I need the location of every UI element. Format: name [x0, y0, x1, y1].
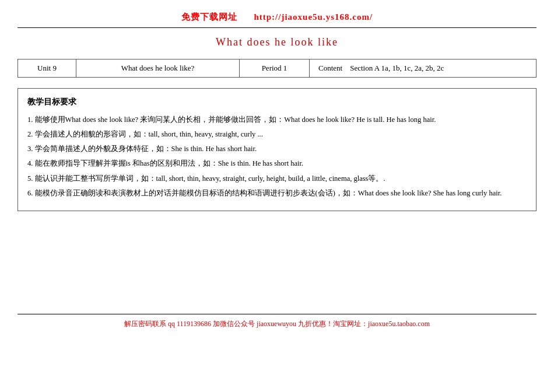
list-item: 6. 能模仿录音正确朗读和表演教材上的对话并能模仿目标语的结构和语调进行初步表达… [27, 187, 527, 200]
url-label: 免费下载网址 [181, 12, 237, 22]
info-table-row: Unit 9 What does he look like? Period 1 … [18, 60, 537, 78]
content-value: Section A 1a, 1b, 1c, 2a, 2b, 2c [350, 64, 444, 72]
objectives-title: 教学目标要求 [27, 97, 527, 107]
footer-text: 解压密码联系 qq 1119139686 加微信公众号 jiaoxuewuyou… [124, 320, 430, 328]
list-item: 5. 能认识并能工整书写所学单词，如：tall, short, thin, he… [27, 172, 527, 186]
list-item: 1. 能够使用What does she look like? 来询问某人的长相… [27, 113, 527, 127]
content-label: Content [318, 64, 342, 72]
unit-cell: Unit 9 [18, 60, 76, 78]
footer-section: 解压密码联系 qq 1119139686 加微信公众号 jiaoxuewuyou… [17, 314, 537, 329]
info-table: Unit 9 What does he look like? Period 1 … [17, 59, 537, 78]
main-title-text: What does he look like [216, 36, 338, 48]
list-item: 4. 能在教师指导下理解并掌握is 和has的区别和用法，如：She is th… [27, 157, 527, 170]
header-url: 免费下载网址 http://jiaoxue5u.ys168.com/ [181, 12, 373, 22]
list-item: 2. 学会描述人的相貌的形容词，如：tall, short, thin, hea… [27, 128, 527, 141]
title-cell: What does he look like? [76, 60, 240, 78]
main-title-section: What does he look like [17, 36, 537, 48]
url-link: http://jiaoxue5u.ys168.com/ [254, 12, 373, 22]
list-item: 3. 学会简单描述人的外貌及身体特征，如：She is thin. He has… [27, 142, 527, 156]
objectives-box: 教学目标要求 1. 能够使用What does she look like? 来… [17, 88, 537, 211]
objectives-list: 1. 能够使用What does she look like? 来询问某人的长相… [27, 113, 527, 200]
page-container: 免费下载网址 http://jiaoxue5u.ys168.com/ What … [0, 0, 554, 340]
header-section: 免费下载网址 http://jiaoxue5u.ys168.com/ [17, 12, 537, 28]
period-cell: Period 1 [240, 60, 310, 78]
content-cell: Content Section A 1a, 1b, 1c, 2a, 2b, 2c [310, 60, 537, 78]
